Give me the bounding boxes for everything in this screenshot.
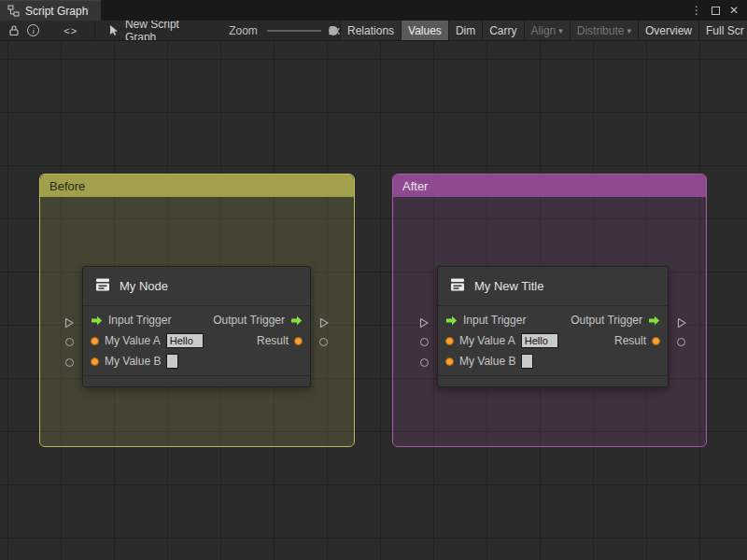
titlebar: Script Graph ⋮ ✕ xyxy=(0,0,747,21)
value-b-dot-icon[interactable] xyxy=(445,357,454,366)
chevron-down-icon: ▾ xyxy=(627,26,631,35)
node-my-node[interactable]: My Node Input Trigger Output Trigger xyxy=(82,266,311,387)
graph-breadcrumb[interactable]: New Script Graph xyxy=(125,21,190,41)
node-footer xyxy=(438,375,668,385)
maximize-icon[interactable] xyxy=(708,3,723,18)
toolbar-divider xyxy=(94,21,95,41)
script-graph-icon xyxy=(7,5,20,17)
value-a-port[interactable] xyxy=(65,338,74,346)
unit-icon xyxy=(94,276,111,297)
close-icon[interactable]: ✕ xyxy=(726,3,741,18)
value-a-dot-icon[interactable] xyxy=(445,337,454,345)
value-b-input[interactable] xyxy=(166,354,178,369)
relations-button[interactable]: Relations xyxy=(340,21,401,41)
result-dot-icon[interactable] xyxy=(652,337,660,345)
unit-icon xyxy=(449,276,466,297)
tab-label: Script Graph xyxy=(25,5,88,18)
value-a-input[interactable] xyxy=(166,333,204,348)
value-a-dot-icon[interactable] xyxy=(91,337,99,345)
output-trigger-port[interactable] xyxy=(676,315,687,332)
node-header[interactable]: My Node xyxy=(83,267,310,306)
value-a-row: My Value A Result xyxy=(438,330,668,351)
values-button[interactable]: Values xyxy=(401,21,448,41)
input-trigger-port[interactable] xyxy=(418,315,430,332)
graph-canvas[interactable]: Before After My xyxy=(0,41,747,560)
trigger-out-icon[interactable] xyxy=(648,315,660,326)
fullscreen-button[interactable]: Full Scr xyxy=(698,21,747,41)
result-port[interactable] xyxy=(319,338,328,346)
trigger-in-icon[interactable] xyxy=(445,315,458,326)
trigger-in-icon[interactable] xyxy=(91,315,103,326)
value-b-port[interactable] xyxy=(65,358,74,367)
toolbar-buttons: Relations Values Dim Carry Align ▾ Distr… xyxy=(340,21,747,41)
carry-button[interactable]: Carry xyxy=(482,21,523,41)
value-b-row: My Value B xyxy=(83,351,310,371)
window-menu-icon[interactable]: ⋮ xyxy=(689,3,704,18)
value-b-port[interactable] xyxy=(420,358,429,367)
value-b-row: My Value B xyxy=(438,351,668,371)
overview-button[interactable]: Overview xyxy=(638,21,698,41)
result-port[interactable] xyxy=(677,338,685,346)
output-trigger-port[interactable] xyxy=(318,315,330,332)
distribute-button[interactable]: Distribute ▾ xyxy=(570,21,638,41)
trigger-out-icon[interactable] xyxy=(290,315,303,326)
input-trigger-label: Input Trigger xyxy=(108,314,171,327)
tab-script-graph[interactable]: Script Graph xyxy=(0,0,101,21)
window-controls: ⋮ ✕ xyxy=(689,0,747,21)
value-b-label: My Value B xyxy=(105,355,161,368)
zoom-label: Zoom xyxy=(229,24,258,37)
info-icon[interactable]: i xyxy=(27,21,39,41)
output-trigger-label: Output Trigger xyxy=(213,314,285,327)
node-footer xyxy=(83,375,310,385)
code-preview-icon[interactable]: <> xyxy=(56,21,85,41)
result-dot-icon[interactable] xyxy=(294,337,303,345)
node-title: My Node xyxy=(120,279,168,293)
value-b-dot-icon[interactable] xyxy=(91,357,99,366)
node-title: My New Title xyxy=(474,279,543,293)
group-header[interactable]: Before xyxy=(40,175,354,197)
node-header[interactable]: My New Title xyxy=(438,267,668,306)
dim-button[interactable]: Dim xyxy=(448,21,482,41)
trigger-row: Input Trigger Output Trigger xyxy=(83,310,310,330)
graph-toolbar: i <> New Script Graph Zoom 1x Relations … xyxy=(0,21,747,41)
value-a-input[interactable] xyxy=(521,333,558,348)
node-my-new-title[interactable]: My New Title Input Trigger Output Trigge… xyxy=(437,266,669,387)
group-header[interactable]: After xyxy=(393,175,706,197)
chevron-down-icon: ▾ xyxy=(558,26,563,35)
zoom-slider-track[interactable] xyxy=(267,30,322,32)
trigger-row: Input Trigger Output Trigger xyxy=(438,310,668,330)
value-a-row: My Value A Result xyxy=(83,330,310,351)
output-trigger-label: Output Trigger xyxy=(571,314,642,327)
value-b-input[interactable] xyxy=(521,354,533,369)
value-a-port[interactable] xyxy=(420,338,429,346)
align-button[interactable]: Align ▾ xyxy=(524,21,570,41)
graph-pointer-icon xyxy=(108,21,120,41)
input-trigger-label: Input Trigger xyxy=(463,314,526,327)
lock-icon[interactable] xyxy=(7,21,20,41)
result-label: Result xyxy=(257,334,289,347)
group-label: Before xyxy=(49,179,85,193)
value-a-label: My Value A xyxy=(105,334,161,347)
zoom-slider[interactable] xyxy=(267,21,322,41)
result-label: Result xyxy=(614,334,646,347)
zoom-slider-thumb[interactable] xyxy=(329,26,338,35)
group-label: After xyxy=(402,179,428,193)
input-trigger-port[interactable] xyxy=(63,315,75,332)
value-a-label: My Value A xyxy=(459,334,515,347)
value-b-label: My Value B xyxy=(459,355,515,368)
